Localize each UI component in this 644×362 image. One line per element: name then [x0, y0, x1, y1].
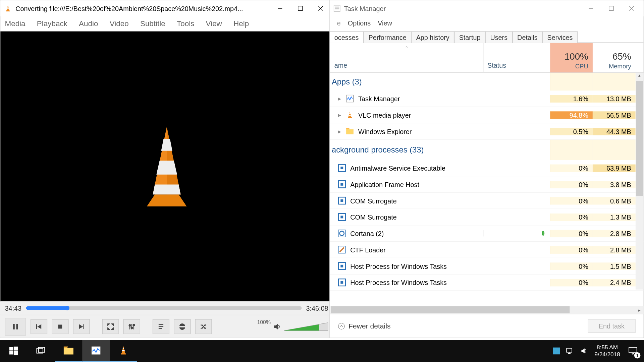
elapsed-time[interactable]: 34:43	[5, 304, 22, 312]
col-name[interactable]: ⌃ame	[330, 43, 484, 72]
menu-playback[interactable]: Playback	[37, 19, 67, 28]
menu-file-partial[interactable]: e	[337, 19, 341, 26]
svg-rect-43	[349, 113, 351, 114]
process-row[interactable]: COM Surrogate 0% 1.3 MB	[330, 209, 644, 226]
action-center-button[interactable]: 1	[626, 344, 640, 358]
memory-cell: 2.8 MB	[593, 246, 636, 253]
playlist-button[interactable]	[153, 319, 169, 334]
svg-rect-42	[348, 117, 352, 118]
tab-details[interactable]: Details	[513, 32, 542, 43]
menu-view[interactable]: View	[206, 19, 222, 28]
cpu-cell: 0%	[550, 262, 593, 270]
tray-app-icon[interactable]	[553, 347, 560, 354]
tab-users[interactable]: Users	[485, 32, 513, 43]
process-row[interactable]: ▶Task Manager 1.6% 13.0 MB	[330, 90, 644, 107]
menu-audio[interactable]: Audio	[79, 19, 98, 28]
tm-minimize-button[interactable]	[581, 2, 601, 15]
tm-close-button[interactable]	[622, 2, 642, 15]
end-task-button[interactable]: End task	[588, 319, 636, 333]
process-row[interactable]: CTF Loader 0% 2.8 MB	[330, 242, 644, 258]
horizontal-scrollbar[interactable]: ▸	[330, 306, 644, 314]
maximize-button[interactable]	[290, 2, 311, 15]
start-button[interactable]	[0, 340, 28, 362]
svg-rect-59	[64, 348, 73, 355]
svg-rect-54	[14, 347, 18, 351]
svg-marker-60	[64, 347, 68, 348]
process-name: VLC media player	[358, 111, 411, 119]
pause-button[interactable]	[5, 317, 26, 335]
process-row[interactable]: Application Frame Host 0% 3.8 MB	[330, 176, 644, 193]
fullscreen-button[interactable]	[102, 319, 119, 334]
vlc-titlebar[interactable]: Converting file:///E:/Best%20of%20Ambien…	[0, 0, 332, 16]
svg-rect-64	[123, 348, 124, 349]
process-row[interactable]: Antimalware Service Executable 0% 63.9 M…	[330, 160, 644, 176]
close-button[interactable]	[311, 2, 331, 15]
memory-cell: 0.6 MB	[593, 197, 636, 204]
tab-performance[interactable]: Performance	[364, 32, 411, 43]
group-apps[interactable]: Apps (3)	[330, 73, 644, 91]
vlc-cone-logo	[127, 122, 206, 211]
stop-button[interactable]	[52, 319, 68, 334]
tab-processes[interactable]: ocesses	[330, 32, 364, 43]
cpu-cell: 0%	[550, 197, 593, 204]
fewer-details-button[interactable]: Fewer details	[338, 322, 390, 330]
svg-rect-71	[629, 347, 637, 353]
task-view-button[interactable]	[28, 340, 55, 362]
col-status[interactable]: Status	[483, 43, 550, 72]
sort-arrow-icon: ⌃	[405, 46, 409, 51]
menu-help[interactable]: Help	[233, 19, 249, 28]
process-row[interactable]: Host Process for Windows Tasks 0% 2.4 MB	[330, 275, 644, 291]
speaker-icon[interactable]	[273, 322, 281, 330]
next-button[interactable]	[73, 319, 90, 334]
svg-point-26	[133, 324, 135, 326]
shuffle-button[interactable]	[195, 319, 212, 334]
col-cpu[interactable]: 100%CPU	[550, 43, 593, 72]
cpu-cell: 0%	[550, 181, 593, 188]
process-name: Host Process for Windows Tasks	[350, 279, 447, 286]
tab-startup[interactable]: Startup	[454, 32, 485, 43]
menu-media[interactable]: Media	[5, 19, 25, 28]
memory-cell: 13.0 MB	[593, 95, 636, 102]
taskbar: 8:55 AM 9/24/2018 1	[0, 340, 644, 362]
tab-app-history[interactable]: App history	[411, 32, 454, 43]
taskbar-task-manager[interactable]	[82, 340, 110, 362]
process-row[interactable]: ▶VLC media player 94.8% 56.5 MB 1.	[330, 107, 644, 123]
svg-rect-44	[349, 115, 351, 116]
volume-slider[interactable]	[284, 321, 328, 331]
tm-titlebar[interactable]: Task Manager	[330, 0, 644, 16]
loop-button[interactable]	[174, 319, 191, 334]
taskbar-file-explorer[interactable]	[55, 340, 83, 362]
vlc-video-area[interactable]	[0, 32, 332, 302]
vlc-progress-row: 34:43 3:46:08	[0, 301, 332, 315]
svg-marker-17	[37, 324, 41, 329]
network-icon[interactable]	[566, 347, 574, 354]
taskbar-vlc[interactable]	[110, 340, 137, 362]
volume-icon[interactable]	[580, 347, 588, 354]
process-row[interactable]: COM Surrogate 0% 0.6 MB	[330, 193, 644, 209]
svg-rect-16	[36, 324, 37, 329]
group-background[interactable]: ackground processes (33)	[330, 140, 644, 160]
previous-button[interactable]	[31, 319, 47, 334]
process-row[interactable]: ▶Windows Explorer 0.5% 44.3 MB 0.	[330, 123, 644, 140]
svg-rect-66	[553, 347, 560, 354]
menu-options[interactable]: Options	[348, 19, 371, 26]
tab-services[interactable]: Services	[542, 32, 578, 43]
clock[interactable]: 8:55 AM 9/24/2018	[594, 344, 620, 358]
svg-rect-34	[335, 7, 339, 8]
menu-video[interactable]: Video	[110, 19, 129, 28]
process-row[interactable]: Host Process for Windows Tasks 0% 1.5 MB	[330, 258, 644, 275]
tm-tabs: ocesses Performance App history Startup …	[330, 29, 644, 43]
cpu-cell: 0%	[550, 246, 593, 253]
tm-maximize-button[interactable]	[601, 2, 622, 15]
menu-view[interactable]: View	[378, 19, 392, 26]
menu-subtitle[interactable]: Subtitle	[140, 19, 165, 28]
process-row[interactable]: Cortana (2) 0% 2.8 MB	[330, 225, 644, 242]
total-time[interactable]: 3:46:08	[306, 304, 328, 312]
menu-tools[interactable]: Tools	[177, 19, 194, 28]
vertical-scrollbar[interactable]: ▴	[636, 73, 644, 290]
minimize-button[interactable]	[270, 2, 290, 15]
extended-settings-button[interactable]	[123, 319, 140, 334]
col-memory[interactable]: 65%Memory	[593, 43, 636, 72]
svg-rect-45	[346, 129, 354, 134]
seek-bar[interactable]	[26, 306, 302, 310]
